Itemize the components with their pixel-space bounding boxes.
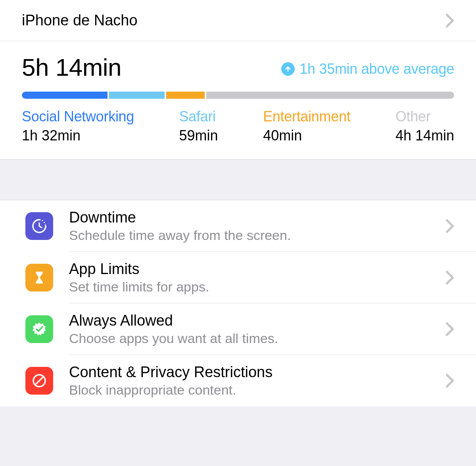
device-name: iPhone de Nacho — [22, 12, 138, 29]
category-time: 40min — [263, 127, 350, 144]
chevron-right-icon — [445, 322, 454, 337]
row-subtitle: Block inappropriate content. — [69, 382, 430, 398]
row-title: Downtime — [69, 209, 430, 226]
chevron-right-icon — [445, 219, 454, 234]
row-text: DowntimeSchedule time away from the scre… — [69, 209, 430, 243]
bar-segment — [22, 92, 107, 99]
category-item: Safari59min — [179, 108, 218, 144]
chevron-right-icon — [445, 13, 454, 28]
row-subtitle: Choose apps you want at all times. — [69, 331, 430, 346]
category-item: Social Networking1h 32min — [22, 108, 134, 144]
chevron-right-icon — [445, 373, 454, 388]
row-title: Always Allowed — [69, 312, 430, 329]
chevron-right-icon — [445, 270, 454, 285]
bar-segment — [166, 92, 205, 99]
restrictions-icon — [25, 367, 53, 395]
bar-segment — [109, 92, 165, 99]
settings-row[interactable]: DowntimeSchedule time away from the scre… — [0, 200, 476, 252]
row-subtitle: Set time limits for apps. — [69, 279, 430, 295]
row-text: App LimitsSet time limits for apps. — [69, 261, 430, 295]
category-time: 1h 32min — [22, 127, 134, 144]
bar-segment — [206, 92, 454, 99]
comparison-text: 1h 35min above average — [299, 61, 454, 77]
category-item: Entertainment40min — [263, 108, 350, 144]
usage-bar-chart — [22, 92, 454, 99]
settings-row[interactable]: Always AllowedChoose apps you want at al… — [0, 303, 476, 355]
app-limits-icon — [25, 264, 53, 291]
settings-list: DowntimeSchedule time away from the scre… — [0, 200, 476, 407]
device-row[interactable]: iPhone de Nacho — [0, 0, 476, 41]
row-text: Always AllowedChoose apps you want at al… — [69, 312, 430, 346]
row-subtitle: Schedule time away from the screen. — [69, 228, 430, 243]
downtime-icon — [25, 212, 53, 240]
row-title: Content & Privacy Restrictions — [69, 364, 430, 381]
category-time: 59min — [179, 127, 218, 144]
always-allowed-icon — [25, 315, 53, 343]
category-breakdown: Social Networking1h 32minSafari59minEnte… — [22, 108, 454, 144]
section-gap — [0, 159, 476, 200]
total-time-value: 5h 14min — [22, 53, 121, 81]
arrow-up-icon — [281, 62, 295, 76]
category-label: Safari — [179, 108, 218, 125]
comparison-indicator: 1h 35min above average — [281, 61, 454, 81]
row-text: Content & Privacy RestrictionsBlock inap… — [69, 364, 430, 398]
category-label: Other — [395, 108, 454, 125]
category-label: Entertainment — [263, 108, 350, 125]
screen-time-summary[interactable]: 5h 14min 1h 35min above average Social N… — [0, 41, 476, 159]
row-title: App Limits — [69, 261, 430, 278]
settings-row[interactable]: Content & Privacy RestrictionsBlock inap… — [0, 355, 476, 407]
settings-row[interactable]: App LimitsSet time limits for apps. — [0, 252, 476, 303]
category-label: Social Networking — [22, 108, 134, 125]
category-item: Other4h 14min — [395, 108, 454, 144]
category-time: 4h 14min — [395, 127, 454, 144]
